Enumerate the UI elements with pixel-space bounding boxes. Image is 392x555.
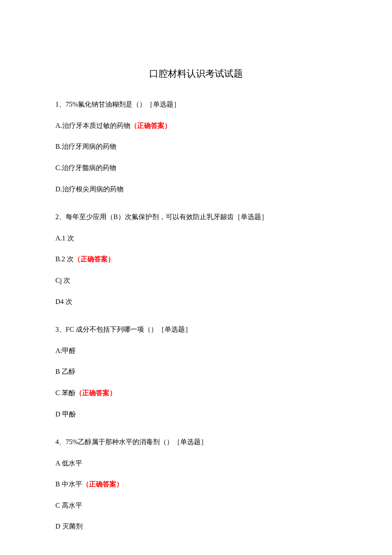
option-c: C 高水平 [55,500,337,511]
correct-answer-label: （正确答案） [82,480,123,488]
question-4: 4、75%乙醇属于那种水平的消毒剂（）［单选题］ A 低水平 B 中水平（正确答… [55,436,337,532]
correct-answer-label: （正确答案） [130,122,171,129]
question-text: 1、75%氟化钠甘油糊剂是（）［单选题］ [55,99,337,110]
page-title: 口腔材料认识考试试题 [55,66,337,81]
option-b: B 乙醇 [55,366,337,377]
question-1: 1、75%氟化钠甘油糊剂是（）［单选题］ A.治疗牙本质过敏的药物（正确答案） … [55,99,337,194]
question-text: 3、FC 成分不包括下列哪一项（）［单选题］ [55,324,337,335]
option-b: B.治疗牙周病的药物 [55,141,337,152]
option-c: C.治疗牙髓病的药物 [55,162,337,173]
option-a: A.1 次 [55,233,337,244]
option-b: B 中水平（正确答案） [55,479,337,490]
option-a: A.治疗牙本质过敏的药物（正确答案） [55,120,337,131]
option-c: Cj 次 [55,275,337,286]
option-prefix: C 苯酚 [55,389,75,396]
option-prefix: B 中水平 [55,480,82,488]
option-d: D 灭菌剂 [55,521,337,532]
option-d: D 甲酚 [55,409,337,420]
option-d: D.治疗根尖周病的药物 [55,184,337,195]
option-prefix: B.2 次 [55,255,74,263]
option-a: A 低水平 [55,458,337,469]
question-2: 2、每年至少应用（B）次氟保护剂，可以有效防止乳牙龈齿［单选题］ A.1 次 B… [55,211,337,307]
option-c: C 苯酚（正确答案） [55,387,337,399]
question-text: 2、每年至少应用（B）次氟保护剂，可以有效防止乳牙龈齿［单选题］ [55,211,337,223]
option-prefix: A.治疗牙本质过敏的药物 [55,122,130,129]
question-text: 4、75%乙醇属于那种水平的消毒剂（）［单选题］ [55,436,337,448]
question-3: 3、FC 成分不包括下列哪一项（）［单选题］ A:甲醛 B 乙醇 C 苯酚（正确… [55,324,337,419]
option-d: D4 次 [55,296,337,307]
option-a: A:甲醛 [55,345,337,356]
correct-answer-label: （正确答案） [75,389,116,396]
correct-answer-label: （正确答案） [74,255,115,263]
option-b: B.2 次（正确答案） [55,254,337,265]
